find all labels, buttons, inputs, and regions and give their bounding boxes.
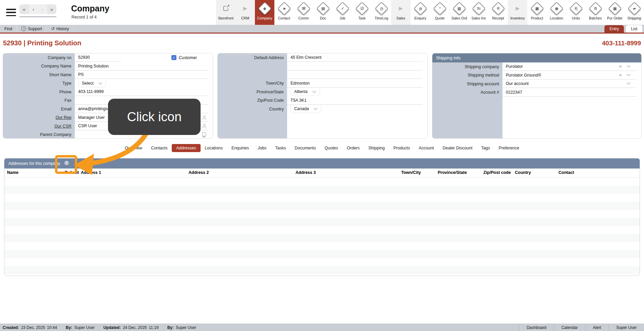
field-input-default-address[interactable]: 45 Elm Crescent (287, 53, 423, 62)
form-row-x (218, 70, 427, 79)
select-province-state[interactable]: Alberta (290, 88, 320, 96)
statusbar-link-alert[interactable]: Alert (585, 324, 609, 331)
action-history-button[interactable]: ↺History (47, 25, 73, 33)
module-tile-product[interactable]: ▦Product (527, 0, 547, 25)
record-navigation: « ‹ › » (19, 4, 56, 14)
field-input-zip-post-code[interactable]: T5A 3K1 (287, 96, 423, 105)
tab-enquiries[interactable]: Enquiries (227, 144, 253, 152)
field-input-fax[interactable] (75, 96, 208, 105)
quote-diamond-icon: “ (433, 1, 446, 15)
tab-products[interactable]: Products (389, 144, 414, 152)
module-tile-enquiry[interactable]: ◎Enquiry (411, 0, 430, 25)
module-tile-quote[interactable]: “Quote (430, 0, 449, 25)
module-tile-sales-inv[interactable]: SiSales Inv (469, 0, 488, 25)
tab-addresses[interactable]: Addresses (172, 144, 200, 152)
module-tile-contact[interactable]: ☻Contact (274, 0, 294, 25)
field-input-company-no[interactable]: 52930 (75, 53, 121, 62)
module-tile-doc[interactable]: ▤Doc (313, 0, 333, 25)
task-icon: ☑ (357, 0, 367, 17)
module-tile-crm[interactable]: ▶CRM (235, 0, 255, 25)
module-tile-receipt[interactable]: RReceipt (488, 0, 508, 25)
field-input-shipping-account[interactable]: Our account (502, 80, 637, 88)
module-tile-inventory[interactable]: ▶Inventory (508, 0, 527, 25)
clear-icon[interactable]: × (619, 72, 622, 78)
select-type[interactable]: Select (78, 79, 106, 87)
field-input-account[interactable]: 0222347 (502, 88, 637, 97)
field-input-shipping-method[interactable]: Purolator Ground®× (502, 71, 637, 80)
module-tile-storefront[interactable]: Storefront (216, 0, 235, 25)
select-country[interactable]: Canada (290, 105, 321, 113)
tab-documents[interactable]: Documents (290, 144, 320, 152)
previous-record-button[interactable]: ‹ (29, 4, 38, 14)
field-input-x[interactable] (287, 62, 423, 70)
tab-overview[interactable]: Overview (120, 144, 147, 152)
field-input-shipping-company[interactable]: Purolator× (502, 62, 637, 71)
table-row (4, 178, 640, 186)
column-header-address-2: Address 2 (189, 170, 209, 175)
tab-dealer-discount[interactable]: Dealer Discount (438, 144, 477, 152)
action-find-button[interactable]: Find (0, 25, 17, 33)
statusbar-link-dashboard[interactable]: Dashboard (519, 324, 554, 331)
column-header-address-3: Address 3 (296, 170, 316, 175)
tab-quotes[interactable]: Quotes (320, 144, 342, 152)
next-record-button[interactable]: › (38, 4, 47, 14)
section-arrow-icon: ▶ (243, 5, 247, 11)
field-input-our-csr[interactable]: CSR User (75, 122, 208, 130)
module-tile-sales-ord[interactable]: ▥Sales Ord (449, 0, 469, 25)
add-address-button[interactable]: ⊕ (64, 160, 69, 166)
module-tile-units[interactable]: ‖|Units (566, 0, 586, 25)
field-input-town-city[interactable]: Edmonton (287, 79, 423, 88)
field-input-parent-company[interactable] (75, 131, 208, 139)
chevron-down-icon[interactable] (627, 81, 630, 85)
module-tile-job[interactable]: ✓Job (333, 0, 352, 25)
module-tile-company[interactable]: ◈Company (255, 0, 274, 25)
last-record-button[interactable]: » (47, 4, 57, 14)
company-lookup-icon[interactable] (202, 132, 206, 137)
field-input-our-rep[interactable]: Manager User (75, 113, 208, 122)
tab-tags[interactable]: Tags (477, 144, 494, 152)
statusbar-link-super-user[interactable]: Super User (608, 324, 644, 331)
form-row-type: TypeSelect (3, 79, 213, 88)
first-record-button[interactable]: « (19, 4, 29, 14)
hamburger-menu-icon[interactable] (6, 9, 16, 16)
module-tile-location[interactable]: ◉Location (547, 0, 566, 25)
tab-contacts[interactable]: Contacts (147, 144, 172, 152)
field-label[interactable]: Our CSR (3, 124, 75, 129)
statusbar-link-calendar[interactable]: Calendar (554, 324, 585, 331)
customer-checkbox-group[interactable]: ✓Customer (171, 55, 197, 60)
tab-list[interactable]: List (626, 25, 643, 33)
field-input-email[interactable]: anna@printingsolution.com (75, 105, 208, 113)
chevron-down-icon[interactable] (627, 64, 630, 67)
tab-account[interactable]: Account (414, 144, 438, 152)
module-tile-batches[interactable]: BBatches (586, 0, 605, 25)
module-tile-timelog[interactable]: ◷TimeLog (372, 0, 391, 25)
tab-preference[interactable]: Preference (494, 144, 524, 152)
field-input-company-name[interactable]: Printing Solution (75, 62, 208, 70)
field-label[interactable]: Our Rep (3, 115, 75, 120)
module-tile-task[interactable]: ☑Task (352, 0, 372, 25)
module-tile-comm[interactable]: ☏Comm (294, 0, 313, 25)
clear-icon[interactable]: × (619, 63, 622, 69)
module-tile-sales[interactable]: ▶Sales (391, 0, 411, 25)
tab-entry[interactable]: Entry (604, 25, 624, 33)
table-row (4, 186, 640, 194)
field-label: Type (3, 81, 75, 86)
select-value: Select (82, 81, 94, 86)
field-value: 0222347 (506, 90, 522, 95)
tab-jobs[interactable]: Jobs (253, 144, 271, 152)
field-value-area: Alberta (287, 88, 427, 96)
action-support-button[interactable]: ?Support (17, 25, 47, 33)
person-lookup-icon[interactable] (202, 115, 206, 120)
field-input-x[interactable] (287, 70, 423, 79)
tab-tasks[interactable]: Tasks (271, 144, 290, 152)
tab-shipping[interactable]: Shipping (364, 144, 389, 152)
person-lookup-icon[interactable] (202, 124, 206, 128)
chevron-down-icon[interactable] (627, 72, 630, 76)
field-input-phone[interactable]: 403-111-8999 (75, 88, 208, 96)
field-input-short-name[interactable]: PS (75, 70, 208, 79)
customer-checkbox[interactable]: ✓ (171, 55, 176, 60)
tab-locations[interactable]: Locations (201, 144, 227, 152)
tab-orders[interactable]: Orders (342, 144, 364, 152)
module-tile-pur-order[interactable]: ▣Pur Order (605, 0, 625, 25)
module-tile-shipping[interactable]: ▰Shipping (625, 0, 644, 25)
